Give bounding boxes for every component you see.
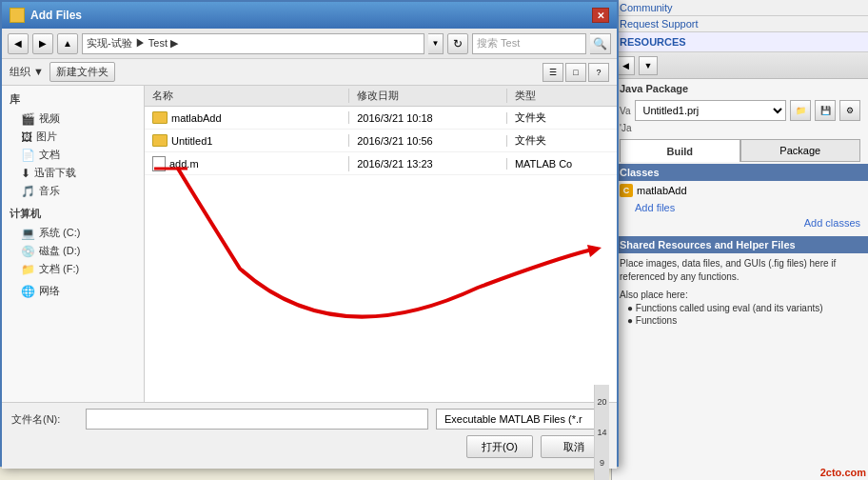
open-project-btn[interactable]: 📁: [790, 100, 811, 121]
network-label: 网络: [39, 284, 60, 298]
drive-d-icon: 💿: [21, 245, 35, 258]
tabs-row: Build Package: [620, 139, 860, 162]
organize-toolbar: 组织 ▼ 新建文件夹 ☰ □ ?: [2, 59, 617, 86]
col-name-header[interactable]: 名称: [145, 89, 349, 103]
tab-build[interactable]: Build: [620, 139, 740, 162]
file-icon-2: [152, 156, 166, 171]
search-icon[interactable]: 🔍: [590, 33, 611, 54]
community-link[interactable]: Community: [612, 0, 868, 16]
col-date-header[interactable]: 修改日期: [349, 89, 507, 103]
save-project-btn[interactable]: 💾: [815, 100, 836, 121]
folder-icon-1: [152, 134, 168, 147]
bullet-eval: ● Functions called using eval (and its v…: [612, 302, 868, 314]
nav-toolbar: ◀ ▶ ▲ 实现-试验 ▶ Test ▶ ▼ ↻ 搜索 Test 🔍: [2, 29, 617, 59]
resources-label: RESOURCES: [612, 32, 868, 52]
bullet-functions: ● Functions: [612, 314, 868, 327]
file-type-2: MATLAB Co: [507, 158, 617, 170]
documents-label: 文档: [39, 148, 60, 162]
file-date-1: 2016/3/21 10:56: [349, 135, 507, 147]
file-date-2: 2016/3/21 13:23: [349, 158, 507, 170]
new-folder-button[interactable]: 新建文件夹: [49, 62, 115, 82]
up-button[interactable]: ▲: [57, 33, 78, 54]
filename-input[interactable]: [86, 409, 428, 430]
collapse-btn[interactable]: ◀: [616, 56, 635, 75]
view-buttons: ☰ □ ?: [542, 63, 609, 82]
col-type-header[interactable]: 类型: [507, 89, 617, 103]
expand-btn[interactable]: ▼: [639, 56, 658, 75]
filename-label: 文件名(N):: [11, 412, 78, 427]
sidebar-item-music[interactable]: 🎵 音乐: [2, 182, 144, 200]
view-list-btn[interactable]: ☰: [542, 63, 563, 82]
sidebar-item-documents[interactable]: 📄 文档: [2, 146, 144, 164]
music-label: 音乐: [39, 184, 60, 198]
network-section: 🌐 网络: [2, 282, 144, 300]
table-row[interactable]: Untitled1 2016/3/21 10:56 文件夹: [145, 130, 617, 152]
path-bar[interactable]: 实现-试验 ▶ Test ▶: [82, 33, 424, 54]
filetype-select[interactable]: Executable MATLAB Files (*.r ▼: [436, 409, 607, 430]
computer-section: 计算机 💻 系统 (C:) 💿 磁盘 (D:) 📁 文档 (F:): [2, 204, 144, 278]
sidebar-item-c-drive[interactable]: 💻 系统 (C:): [2, 224, 144, 242]
documents-icon: 📄: [21, 149, 35, 162]
file-dialog: Add Files ✕ ◀ ▶ ▲ 实现-试验 ▶ Test ▶ ▼ ↻ 搜索 …: [0, 0, 619, 467]
settings-btn[interactable]: ⚙: [839, 100, 860, 121]
view-help-btn[interactable]: ?: [588, 63, 609, 82]
library-label: 库: [10, 93, 20, 105]
right-panel: Community Request Support RESOURCES ◀ ▼ …: [611, 0, 868, 480]
f-drive-label: 文档 (F:): [39, 262, 79, 276]
file-list-header: 名称 修改日期 类型: [145, 86, 617, 107]
add-classes-link[interactable]: Add classes: [612, 215, 868, 230]
tab-package[interactable]: Package: [740, 139, 861, 162]
computer-label: 计算机: [10, 208, 41, 219]
class-c-icon: C: [620, 184, 633, 197]
dialog-buttons: 打开(O) 取消: [11, 435, 607, 458]
right-toolbar: ◀ ▼: [612, 52, 868, 79]
library-section: 库 🎬 视频 🖼 图片 📄 文档 ⬇ 迅雷下载: [2, 90, 144, 200]
file-type-0: 文件夹: [507, 110, 617, 125]
d-drive-label: 磁盘 (D:): [39, 244, 80, 258]
refresh-button[interactable]: ↻: [447, 33, 468, 54]
shared-desc: Place images, data files, and GUIs (.fig…: [612, 253, 868, 288]
table-row[interactable]: matlabAdd 2016/3/21 10:18 文件夹: [145, 107, 617, 130]
request-support-link[interactable]: Request Support: [612, 16, 868, 32]
shared-header: Shared Resources and Helper Files: [612, 236, 868, 253]
project-dropdown[interactable]: Untitled1.prj: [635, 100, 787, 121]
dialog-title: Add Files: [30, 9, 82, 22]
library-header[interactable]: 库: [2, 90, 144, 110]
forward-button[interactable]: ▶: [32, 33, 53, 54]
table-row[interactable]: add.m 2016/3/21 13:23 MATLAB Co: [145, 152, 617, 175]
left-panel: 库 🎬 视频 🖼 图片 📄 文档 ⬇ 迅雷下载: [2, 86, 145, 402]
music-icon: 🎵: [21, 185, 35, 198]
sidebar-item-d-drive[interactable]: 💿 磁盘 (D:): [2, 242, 144, 260]
sidebar-item-f-drive[interactable]: 📁 文档 (F:): [2, 260, 144, 278]
computer-header[interactable]: 计算机: [2, 204, 144, 224]
project-row: Va Untitled1.prj 📁 💾 ⚙: [612, 98, 868, 123]
add-files-link[interactable]: Add files: [612, 200, 868, 215]
sidebar-item-video[interactable]: 🎬 视频: [2, 110, 144, 128]
dialog-bottom: 文件名(N): Executable MATLAB Files (*.r ▼ 打…: [2, 402, 617, 469]
pictures-label: 图片: [36, 130, 57, 144]
back-button[interactable]: ◀: [8, 33, 29, 54]
pictures-icon: 🖼: [21, 130, 32, 144]
open-button[interactable]: 打开(O): [466, 435, 533, 458]
drive-f-icon: 📁: [21, 263, 35, 276]
video-icon: 🎬: [21, 112, 35, 126]
download-icon: ⬇: [21, 167, 30, 180]
file-type-1: 文件夹: [507, 133, 617, 148]
path-dropdown-btn[interactable]: ▼: [428, 33, 444, 54]
search-input[interactable]: 搜索 Test: [472, 33, 586, 54]
shared-also: Also place here:: [612, 288, 868, 302]
network-icon: 🌐: [21, 285, 35, 298]
sidebar-item-network[interactable]: 🌐 网络: [2, 282, 144, 300]
line-numbers: 20 14 9: [594, 385, 609, 480]
classes-header: Classes: [612, 164, 868, 181]
class-name: matlabAdd: [637, 185, 687, 196]
close-button[interactable]: ✕: [592, 8, 609, 23]
var-label: Va: [620, 106, 631, 116]
sidebar-item-pictures[interactable]: 🖼 图片: [2, 128, 144, 146]
view-large-btn[interactable]: □: [565, 63, 586, 82]
sidebar-item-download[interactable]: ⬇ 迅雷下载: [2, 164, 144, 182]
dialog-titlebar: Add Files ✕: [2, 2, 617, 29]
title-icon: [10, 8, 25, 23]
ja-label: 'Ja: [612, 123, 868, 135]
organize-button[interactable]: 组织 ▼: [10, 65, 44, 79]
